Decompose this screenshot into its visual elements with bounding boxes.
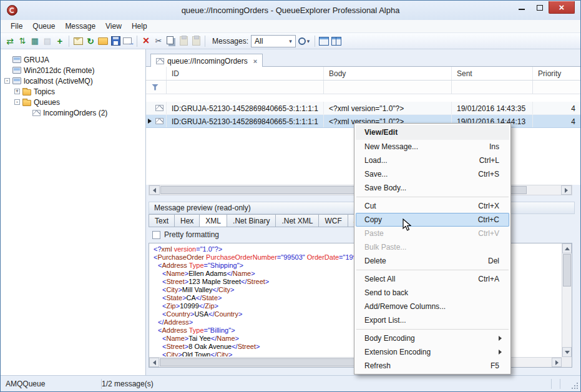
preview-vertical-scrollbar[interactable] — [562, 243, 572, 357]
tree-item-topics[interactable]: +Topics — [1, 86, 145, 97]
status-queue-type: AMQQueue — [6, 380, 45, 388]
column-layout-icon[interactable] — [330, 35, 343, 47]
save-messages-icon[interactable] — [109, 35, 122, 47]
preview-tab-net-xml[interactable]: .Net XML — [275, 214, 319, 227]
filter-cell[interactable] — [324, 81, 452, 94]
menu-help[interactable]: Help — [127, 21, 152, 32]
bulk-paste-icon[interactable] — [190, 35, 202, 47]
search-icon[interactable] — [296, 35, 312, 47]
show-queues-icon[interactable] — [29, 35, 41, 47]
expander-spacer — [4, 67, 10, 73]
scroll-left-icon[interactable] — [149, 185, 160, 195]
messages-filter-combo[interactable]: All ▾ — [251, 35, 296, 47]
menu-file[interactable]: File — [6, 21, 27, 32]
tree-item-incomingorders-2[interactable]: IncomingOrders (2) — [1, 107, 145, 118]
menu-separator — [356, 329, 509, 330]
menu-queue[interactable]: Queue — [27, 21, 60, 32]
column-header-body[interactable]: Body — [324, 67, 452, 80]
filter-cell[interactable] — [146, 81, 167, 94]
delete-message-icon[interactable] — [140, 35, 152, 47]
menu-item-refresh[interactable]: RefreshF5 — [356, 359, 509, 373]
menu-message[interactable]: Message — [60, 21, 100, 32]
toolbar-separator — [315, 36, 315, 47]
menu-item-extension-encoding[interactable]: Extension Encoding — [356, 345, 509, 359]
manage-icon[interactable] — [41, 35, 54, 47]
menu-item-select-all[interactable]: Select AllCtrl+A — [356, 272, 509, 286]
scroll-up-icon[interactable] — [562, 243, 572, 253]
new-message-icon[interactable] — [72, 35, 84, 47]
column-header-sent[interactable]: Sent — [452, 67, 533, 80]
filter-cell[interactable] — [167, 81, 324, 94]
column-header-priority[interactable]: Priority — [533, 67, 581, 80]
menu-item-label: Export List... — [364, 316, 406, 325]
message-list-view-icon[interactable] — [318, 35, 330, 47]
messages-filter-label: Messages: — [212, 37, 248, 46]
new-queue-icon[interactable] — [54, 35, 66, 47]
paste-icon[interactable] — [177, 35, 190, 47]
resize-grip[interactable] — [577, 388, 578, 389]
menu-item-copy[interactable]: CopyCtrl+C — [356, 213, 509, 227]
menu-item-cut[interactable]: CutCtrl+X — [356, 199, 509, 213]
menu-item-add-remove-columns[interactable]: Add/Remove Columns... — [356, 300, 509, 313]
menu-item-load[interactable]: Load...Ctrl+L — [356, 154, 509, 167]
maximize-button[interactable] — [530, 1, 549, 14]
menu-item-save[interactable]: Save...Ctrl+S — [356, 167, 509, 181]
menu-item-label: Bulk Paste... — [364, 243, 406, 252]
scroll-right-icon[interactable] — [552, 358, 562, 367]
menu-separator — [356, 197, 509, 197]
filter-cell[interactable] — [533, 81, 581, 94]
tab-close-icon[interactable]: × — [253, 57, 257, 65]
menu-item-export-list[interactable]: Export List... — [356, 313, 509, 327]
tab-incoming-orders[interactable]: queue://IncomingOrders × — [150, 54, 263, 67]
collapse-icon[interactable]: - — [14, 99, 20, 105]
menu-item-new-message[interactable]: New Message...Ins — [356, 140, 509, 154]
tree-item-win2012dc-remote[interactable]: Win2012dc (Remote) — [1, 65, 145, 76]
menu-item-label: Send to back — [364, 288, 408, 297]
minimize-button[interactable] — [512, 1, 530, 14]
preview-tab-net-binary[interactable]: .Net Binary — [227, 214, 276, 227]
forward-message-icon[interactable] — [122, 35, 134, 47]
connect-remote-icon[interactable] — [16, 35, 29, 47]
scroll-down-icon[interactable] — [562, 347, 572, 357]
toolbar: Messages: All ▾ — [1, 33, 580, 49]
folder-icon — [22, 89, 31, 96]
menu-item-delete[interactable]: DeleteDel — [356, 254, 509, 268]
preview-tab-text[interactable]: Text — [149, 214, 175, 227]
message-row[interactable]: ID:GRUJA-52130-1452869840665-3:1:1:1:1<?… — [146, 102, 581, 115]
preview-tab-wcf[interactable]: WCF — [318, 214, 348, 227]
column-header-id[interactable]: ID — [167, 67, 324, 80]
tree-item-gruja[interactable]: GRUJA — [1, 54, 145, 65]
menu-item-paste[interactable]: PasteCtrl+V — [356, 227, 509, 240]
preview-tab-strip: TextHexXML.Net Binary.Net XMLWCFJSON — [149, 214, 379, 228]
load-messages-icon[interactable] — [97, 35, 109, 47]
collapse-icon[interactable]: - — [4, 78, 10, 84]
scrollbar-thumb[interactable] — [563, 254, 571, 287]
filter-cell[interactable] — [452, 81, 533, 94]
preview-tab-hex[interactable]: Hex — [174, 214, 200, 227]
tree-item-queues[interactable]: -Queues — [1, 97, 145, 107]
expand-icon[interactable]: + — [14, 89, 20, 94]
selector-column-header — [146, 67, 167, 80]
menu-item-label: Copy — [364, 215, 382, 224]
copy-icon[interactable] — [165, 35, 177, 47]
pretty-formatting-row: Pretty formatting — [152, 230, 219, 239]
scroll-right-icon[interactable] — [561, 185, 572, 195]
menu-item-bulk-paste[interactable]: Bulk Paste... — [356, 240, 509, 254]
tree-item-localhost-activemq[interactable]: -localhost (ActiveMQ) — [1, 76, 145, 86]
document-tab-strip: queue://IncomingOrders × — [146, 53, 580, 67]
menu-view[interactable]: View — [100, 21, 127, 32]
menu-item-body-encoding[interactable]: Body Encoding — [356, 331, 509, 345]
cut-icon[interactable] — [152, 35, 165, 47]
scroll-left-icon[interactable] — [149, 358, 159, 367]
expander-spacer — [4, 57, 10, 62]
close-button[interactable] — [549, 1, 575, 14]
tab-label: queue://IncomingOrders — [167, 57, 248, 66]
preview-tab-xml[interactable]: XML — [199, 214, 227, 227]
requeue-icon[interactable] — [84, 35, 97, 47]
pretty-formatting-checkbox[interactable] — [152, 231, 160, 239]
menu-item-save-body[interactable]: Save Body... — [356, 181, 509, 195]
menu-item-view-edit[interactable]: View/Edit — [356, 125, 509, 140]
connect-queue-icon[interactable] — [4, 35, 16, 47]
chevron-down-icon[interactable]: ▾ — [286, 38, 295, 44]
menu-item-send-to-back[interactable]: Send to back — [356, 286, 509, 300]
